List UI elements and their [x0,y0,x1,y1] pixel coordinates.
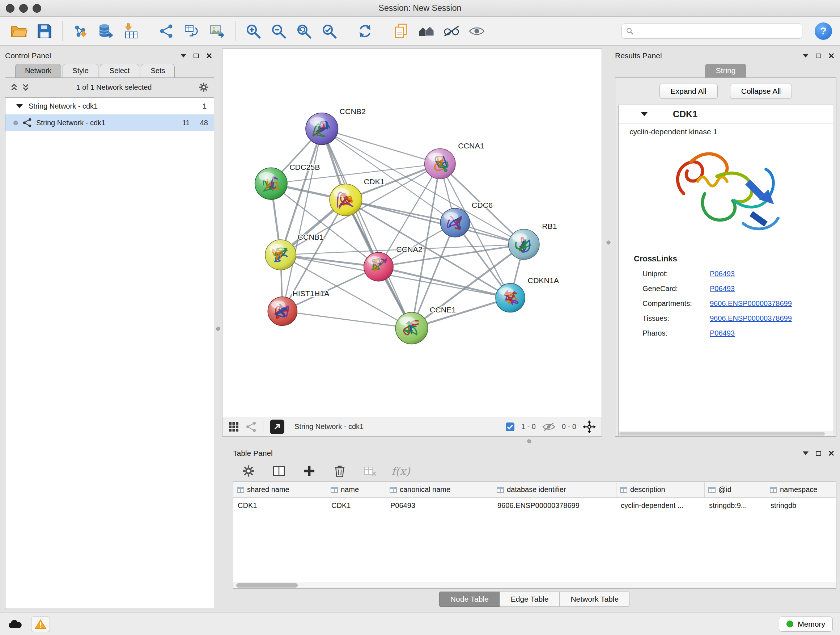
import-network-from-database-button[interactable] [95,20,117,42]
tab-node-table[interactable]: Node Table [439,592,500,607]
crosslink-link-tissues[interactable]: 9606.ENSP00000378699 [710,314,792,323]
search-field[interactable] [622,24,802,39]
network-node-CDC6[interactable] [440,208,470,237]
column-header-shared-name[interactable]: shared name [233,482,327,497]
network-node-CCNA1[interactable] [425,149,455,179]
zoom-fit-button[interactable] [293,20,315,42]
network-node-CDC25B[interactable] [255,168,287,200]
collapse-all-button[interactable]: Collapse All [730,84,792,99]
search-input[interactable] [636,27,798,35]
splitter-handle[interactable] [527,440,531,443]
network-node-CCNE1[interactable] [395,312,428,344]
network-table-splitter[interactable] [222,437,836,446]
gene-header-row[interactable]: CDK1 [619,105,833,124]
pan-crosshair-icon[interactable] [583,420,596,433]
collapse-all-icon[interactable] [10,83,18,91]
zoom-selected-button[interactable] [318,20,340,42]
zoom-window-button[interactable] [33,4,41,13]
add-column-button[interactable] [300,462,318,480]
float-panel-icon[interactable] [816,451,821,456]
crosslink-link-genecard[interactable]: P06493 [710,285,735,293]
close-panel-icon[interactable] [829,450,834,456]
export-image-button[interactable] [206,20,229,42]
save-session-button[interactable] [33,20,56,42]
tab-network-table[interactable]: Network Table [559,592,630,607]
panel-menu-icon[interactable] [180,54,186,57]
expand-all-button[interactable]: Expand All [660,84,718,99]
documents-button[interactable] [390,20,412,42]
memory-button[interactable]: Memory [779,616,833,632]
float-panel-icon[interactable] [194,54,199,58]
collapse-arrow-icon[interactable] [16,104,23,108]
network-graph[interactable]: CCNB2CCNA1CDC25BCDK1CDC6RB1CCNB1CCNA2CDK… [223,49,602,417]
scrollbar-thumb[interactable] [236,583,298,587]
column-header--id[interactable]: @id [705,482,766,497]
birdseye-grid-icon[interactable] [228,421,239,432]
open-session-button[interactable] [8,20,30,42]
string-homes-button[interactable] [415,20,437,42]
zoom-out-button[interactable] [267,20,290,42]
left-splitter[interactable] [214,49,222,609]
tab-network[interactable]: Network [15,64,61,78]
network-and-table-button[interactable] [181,20,203,42]
tab-string[interactable]: String [705,64,747,78]
network-canvas[interactable]: CCNB2CCNA1CDC25BCDK1CDC6RB1CCNB1CCNA2CDK… [222,49,602,417]
crosslink-link-compartments[interactable]: 9606.ENSP00000378699 [710,299,792,308]
crosslink-link-uniprot[interactable]: P06493 [710,270,735,278]
network-row-selected[interactable]: String Network - cdk1 11 48 [5,114,214,131]
panel-menu-icon[interactable] [803,54,808,57]
table-row[interactable]: CDK1CDK1P064939606.ENSP00000378699cyclin… [233,498,836,513]
table-horizontal-scrollbar[interactable] [233,582,836,588]
network-results-splitter[interactable] [602,49,615,437]
network-node-CDK1[interactable] [330,184,362,216]
close-panel-icon[interactable] [829,53,834,59]
float-panel-icon[interactable] [816,54,821,58]
network-node-CCNB2[interactable] [306,113,338,145]
network-node-CCNA2[interactable] [364,252,393,281]
results-horizontal-scrollbar[interactable] [619,431,833,436]
open-in-new-window-button[interactable] [270,420,284,434]
show-columns-button[interactable] [270,462,288,480]
column-header-namespace[interactable]: namespace [766,482,836,497]
network-node-HIST1H1A[interactable] [268,297,297,326]
minimize-window-button[interactable] [19,4,28,13]
network-node-RB1[interactable] [508,229,539,260]
network-options-gear-icon[interactable] [198,82,209,93]
zoom-in-button[interactable] [242,20,264,42]
column-header-database-identifier[interactable]: database identifier [493,482,616,497]
tab-style[interactable]: Style [63,64,98,78]
selected-checkbox-icon[interactable] [505,422,515,432]
collapse-gene-icon[interactable] [641,112,647,116]
show-eye-button[interactable] [466,20,488,42]
tab-select[interactable]: Select [100,64,140,78]
hidden-eye-slash-icon[interactable] [542,422,555,432]
panel-menu-icon[interactable] [803,451,808,455]
share-network-disabled-icon[interactable] [246,421,256,432]
tab-edge-table[interactable]: Edge Table [500,592,560,607]
function-builder-button[interactable]: f(x) [392,465,410,478]
crosslink-link-pharos[interactable]: P06493 [710,329,735,337]
splitter-handle[interactable] [607,241,611,245]
column-header-name[interactable]: name [327,482,386,497]
cloud-status-button[interactable] [7,619,23,630]
hide-glasses-button[interactable] [440,20,463,42]
table-options-button[interactable] [240,462,257,480]
import-network-from-file-button[interactable] [69,20,92,42]
network-collection-row[interactable]: String Network - cdk1 1 [5,98,214,114]
import-table-from-file-button[interactable] [120,20,142,42]
scrollbar-thumb[interactable] [619,432,825,435]
splitter-handle[interactable] [216,327,220,331]
close-window-button[interactable] [6,4,14,13]
network-from-selection-button[interactable] [156,20,178,42]
close-panel-icon[interactable] [206,53,212,59]
network-node-CDKN1A[interactable] [496,283,525,312]
network-node-CCNB1[interactable] [265,240,296,270]
refresh-button[interactable] [354,20,376,42]
expand-all-icon[interactable] [22,83,30,91]
column-header-description[interactable]: description [616,482,705,497]
warnings-button[interactable] [31,616,50,632]
help-button[interactable]: ? [815,22,832,40]
delete-column-button[interactable] [331,462,349,480]
delete-table-button[interactable] [361,462,379,480]
column-header-canonical-name[interactable]: canonical name [386,482,493,497]
